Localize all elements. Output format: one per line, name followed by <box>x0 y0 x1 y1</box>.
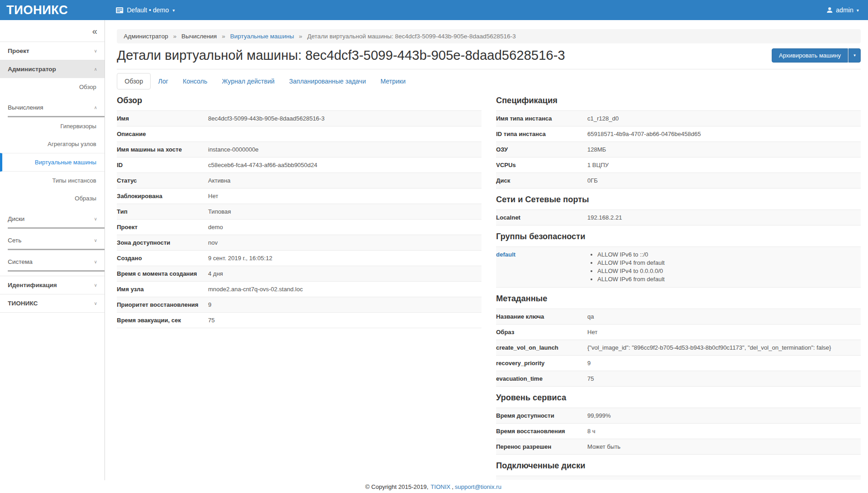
chevron-up-icon: ∧ <box>94 105 97 110</box>
footer-comma: , <box>452 483 454 490</box>
table-row: Описание <box>117 126 481 142</box>
sidebar-dashboard-tionix[interactable]: ТИОНИКС ∨ <box>0 294 105 313</box>
tab-scheduled-tasks[interactable]: Запланированные задачи <box>282 73 373 89</box>
main-content: Администратор » Вычисления » Виртуальные… <box>105 20 868 493</box>
breadcrumb-item: Администратор <box>124 33 168 40</box>
sidebar-dashboard-project[interactable]: Проект ∨ <box>0 42 105 60</box>
security-group-default-link[interactable]: default <box>496 251 516 258</box>
archive-machine-button[interactable]: Архивировать машину <box>772 48 848 63</box>
networks-table: Localnet 192.168.2.21 <box>496 210 861 226</box>
specification-table: Имя типа инстанса c1_r128_d0 ID типа инс… <box>496 110 861 189</box>
username-label: admin <box>836 6 853 14</box>
tab-metrics[interactable]: Метрики <box>373 73 413 89</box>
table-row: Время доступности 99,999% <box>496 408 861 424</box>
sidebar-group-volumes[interactable]: Диски ∨ <box>0 210 105 229</box>
table-row: Перенос разрешен Может быть <box>496 439 861 455</box>
row-label: Имя машины на хосте <box>117 142 208 157</box>
detail-columns: Обзор Имя 8ec4dcf3-5099-443b-905e-8daad5… <box>117 89 861 480</box>
section-title-attached-disks: Подключенные диски <box>496 460 861 471</box>
sidebar-dashboard-admin[interactable]: Администратор ∧ <box>0 60 105 78</box>
project-context-switcher[interactable]: Default • demo ▾ <box>105 6 175 14</box>
sidebar-label: Проект <box>8 47 29 54</box>
sidebar-item-hypervisors[interactable]: Гипервизоры <box>0 117 105 135</box>
row-label: Время с момента создания <box>117 266 208 282</box>
copyright-text: © Copyright 2015-2019, <box>365 483 428 490</box>
table-row: Имя узла mnode2.ana-cnt7q-ovs-02.stand.l… <box>117 282 481 297</box>
user-menu[interactable]: admin ▾ <box>826 6 868 14</box>
breadcrumb: Администратор » Вычисления » Виртуальные… <box>117 29 861 43</box>
row-value: Активна <box>208 173 481 189</box>
sidebar-item-images[interactable]: Образы <box>0 189 105 207</box>
sidebar-item-host-aggregates[interactable]: Агрегаторы узлов <box>0 135 105 153</box>
breadcrumb-item: Вычисления <box>181 33 217 40</box>
sidebar-item-overview[interactable]: Обзор <box>0 78 105 96</box>
sidebar-label: Диски <box>8 215 25 222</box>
overview-section: Обзор Имя 8ec4dcf3-5099-443b-905e-8daad5… <box>117 89 481 480</box>
row-label: create_vol_on_launch <box>496 340 587 356</box>
page-actions: Архивировать машину ▾ <box>772 48 861 63</box>
row-label: evacuation_time <box>496 371 587 387</box>
row-value: nov <box>208 235 481 251</box>
row-label: Перенос разрешен <box>496 439 587 455</box>
table-row: Приоритет восстановления 9 <box>117 297 481 313</box>
row-label: default <box>496 247 587 288</box>
row-value: c58eceb6-fca4-4743-af66-aa5bb9050d24 <box>208 157 481 173</box>
breadcrumb-current: Детали виртуальной машины: 8ec4dcf3-5099… <box>307 33 516 40</box>
chevron-down-icon: ∨ <box>94 301 97 306</box>
collapse-sidebar-icon[interactable]: « <box>92 26 97 36</box>
sidebar-label: Система <box>8 258 32 265</box>
tab-overview[interactable]: Обзор <box>117 73 151 89</box>
security-groups-table: default ALLOW IPv6 to ::/0ALLOW IPv4 fro… <box>496 246 861 288</box>
section-title-overview: Обзор <box>117 95 481 106</box>
section-title-specification: Спецификация <box>496 95 861 106</box>
attached-disks-clipped-row <box>496 476 861 480</box>
row-label: Время эвакуации, сек <box>117 313 208 328</box>
row-label: VCPUs <box>496 157 587 173</box>
tab-log[interactable]: Лог <box>151 73 175 89</box>
row-value: 99,999% <box>587 408 861 424</box>
section-title-metadata: Метаданные <box>496 293 861 304</box>
table-row: recovery_priority 9 <box>496 356 861 371</box>
row-value: 0ГБ <box>587 173 861 189</box>
row-value: mnode2.ana-cnt7q-ovs-02.stand.loc <box>208 282 481 297</box>
row-value: Нет <box>208 189 481 204</box>
chevron-down-icon: ∨ <box>94 259 97 264</box>
sidebar-group-compute[interactable]: Вычисления ∧ <box>0 99 105 117</box>
section-title-security-groups: Группы безопасности <box>496 231 861 242</box>
page-header: Детали виртуальной машины: 8ec4dcf3-5099… <box>117 47 861 69</box>
table-row: default ALLOW IPv6 to ::/0ALLOW IPv4 fro… <box>496 247 861 288</box>
chevron-down-icon: ∨ <box>94 216 97 221</box>
sidebar-group-system[interactable]: Система ∨ <box>0 253 105 272</box>
breadcrumb-separator: » <box>299 33 303 40</box>
tionix-link[interactable]: TIONIX <box>431 483 450 490</box>
table-row: Тип Типовая <box>117 204 481 220</box>
chevron-down-icon: ∨ <box>94 283 97 288</box>
tab-action-log[interactable]: Журнал действий <box>214 73 282 89</box>
tab-console[interactable]: Консоль <box>176 73 215 89</box>
row-value: Нет <box>587 325 861 340</box>
table-row: Имя типа инстанса c1_r128_d0 <box>496 111 861 126</box>
section-title-networks: Сети и Сетевые порты <box>496 194 861 205</box>
row-value: 9 сент. 2019 г., 16:05:12 <box>208 251 481 266</box>
table-row: Проект demo <box>117 220 481 235</box>
table-row: ОЗУ 128МБ <box>496 142 861 157</box>
breadcrumb-link-virtual-machines[interactable]: Виртуальные машины <box>230 33 294 40</box>
sidebar-group-network[interactable]: Сеть ∨ <box>0 231 105 250</box>
support-email-link[interactable]: support@tionix.ru <box>455 483 502 490</box>
table-row: evacuation_time 75 <box>496 371 861 387</box>
brand-logo[interactable]: ТИОНИКС <box>0 3 105 17</box>
metadata-table: Название ключа qa Образ Нет create_vol_o… <box>496 309 861 387</box>
table-row: create_vol_on_launch {"vol_image_id": "8… <box>496 340 861 356</box>
sidebar-dashboard-identity[interactable]: Идентификация ∨ <box>0 276 105 294</box>
sidebar-item-flavors[interactable]: Типы инстансов <box>0 172 105 189</box>
sidebar-item-virtual-machines[interactable]: Виртуальные машины <box>0 153 105 172</box>
table-row: Создано 9 сент. 2019 г., 16:05:12 <box>117 251 481 266</box>
chevron-down-icon: ∨ <box>94 48 97 53</box>
breadcrumb-separator: » <box>173 33 177 40</box>
actions-dropdown-toggle[interactable]: ▾ <box>848 48 861 63</box>
footer: © Copyright 2015-2019, TIONIX, support@t… <box>0 480 868 493</box>
service-level-table: Время доступности 99,999% Время восстано… <box>496 408 861 455</box>
row-label: Тип <box>117 204 208 220</box>
table-row: Время восстановления 8 ч <box>496 424 861 439</box>
row-value: 8 ч <box>587 424 861 439</box>
